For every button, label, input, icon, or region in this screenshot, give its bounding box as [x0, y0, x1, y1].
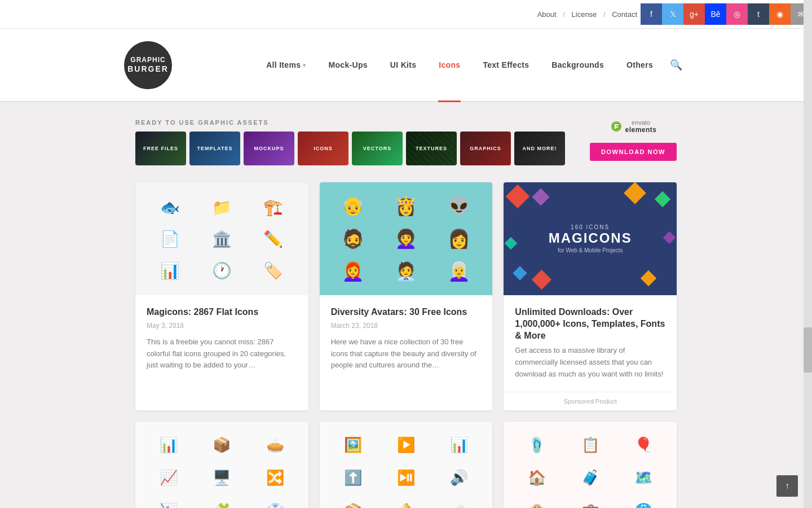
card-diversity-body: Diversity Avatars: 30 Free Icons March 2… [320, 295, 493, 383]
nav-others[interactable]: Others [615, 29, 664, 101]
about-link[interactable]: About [534, 10, 560, 19]
envato-leaf-icon [610, 120, 623, 133]
logo-line1: GRAPHIC [130, 56, 165, 64]
lower-card-1-image[interactable]: 📊 📦 🥧 📈 🖥️ 🔀 📉 🧩 👔 [135, 422, 308, 508]
card-diversity-desc: Here we have a nice collection of 30 fre… [331, 336, 482, 371]
tumblr-icon[interactable]: t [748, 3, 769, 25]
card-diversity-image[interactable]: 👴 👸 👽 🧔 👩‍🦱 👩 👩‍🦰 🧑‍💼 👩‍🦳 [320, 182, 493, 295]
card-magicons-flat-image[interactable]: 🐟 📁 🏗️ 📄 🏛️ ✏️ 📊 🕐 🏷️ [135, 182, 308, 295]
asset-section: READY TO USE GRAPHIC ASSETS FREE FILES T… [135, 119, 677, 165]
dribbble-icon[interactable]: ◎ [726, 3, 748, 25]
templates-button[interactable]: TEMPLATES [189, 132, 240, 165]
card-diversity-avatars: 👴 👸 👽 🧔 👩‍🦱 👩 👩‍🦰 🧑‍💼 👩‍🦳 Diversity Avat… [320, 182, 493, 410]
free-files-button[interactable]: FREE FILES [135, 132, 186, 165]
textures-button[interactable]: TEXTURES [406, 132, 457, 165]
graphics-button[interactable]: GRAPHICS [460, 132, 511, 165]
card-diversity-title[interactable]: Diversity Avatars: 30 Free Icons [331, 306, 482, 318]
card-magicons-flat: 🐟 📁 🏗️ 📄 🏛️ ✏️ 📊 🕐 🏷️ Magicons: 2867 Fla… [135, 182, 308, 410]
scrollbar-thumb[interactable] [804, 327, 812, 373]
card-unlimited-image[interactable]: 160 ICONS MAGICONS for Web & Mobile Proj… [504, 182, 677, 295]
twitter-icon[interactable]: 𝕏 [662, 3, 683, 25]
card-unlimited-downloads: 160 ICONS MAGICONS for Web & Mobile Proj… [504, 182, 677, 410]
lower-card-3-image[interactable]: 🩴 📋 🎈 🏠 🧳 🗺️ 🏨 💼 🌐 [504, 422, 677, 508]
lower-card-1: 📊 📦 🥧 📈 🖥️ 🔀 📉 🧩 👔 [135, 422, 308, 508]
top-bar-links: About / License / Contact [534, 10, 641, 19]
magicons-promo-content: 160 ICONS MAGICONS for Web & Mobile Proj… [549, 224, 632, 253]
logo-line2: BURGER [127, 64, 169, 74]
google-plus-icon[interactable]: g+ [683, 3, 705, 25]
nav-icons[interactable]: Icons [427, 29, 471, 101]
lower-card-2-image[interactable]: 🖼️ ▶️ 📊 ⬆️ ⏯️ 🔊 📦 🔔 ☁️ [320, 422, 493, 508]
logo[interactable]: GRAPHIC BURGER [124, 41, 172, 89]
social-icons-bar: f 𝕏 g+ Bē ◎ t ◉ ✉ [641, 3, 812, 25]
contact-link[interactable]: Contact [608, 10, 641, 19]
and-more-button[interactable]: AND MORE! [514, 132, 565, 165]
asset-left: READY TO USE GRAPHIC ASSETS FREE FILES T… [135, 119, 573, 165]
lower-cards-grid: 📊 📦 🥧 📈 🖥️ 🔀 📉 🧩 👔 🖼️ ▶️ 📊 ⬆️ ⏯️ 🔊 📦 [135, 422, 677, 508]
nav-backgrounds[interactable]: Backgrounds [540, 29, 615, 101]
card-unlimited-desc: Get access to a massive library of comme… [515, 345, 665, 380]
nav-ui-kits[interactable]: UI Kits [379, 29, 427, 101]
asset-title: READY TO USE GRAPHIC ASSETS [135, 119, 573, 126]
card-magicons-flat-desc: This is a freebie you cannot miss: 2867 … [147, 336, 297, 371]
top-bar: About / License / Contact f 𝕏 g+ Bē ◎ t … [0, 0, 812, 29]
lower-card-2: 🖼️ ▶️ 📊 ⬆️ ⏯️ 🔊 📦 🔔 ☁️ [320, 422, 493, 508]
nav-text-effects[interactable]: Text Effects [471, 29, 540, 101]
facebook-icon[interactable]: f [641, 3, 662, 25]
download-now-button[interactable]: DOWNLOAD NOW [590, 143, 677, 161]
scroll-up-button[interactable]: ↑ [776, 475, 798, 497]
search-button[interactable]: 🔍 [664, 29, 688, 101]
card-magicons-flat-title[interactable]: Magicons: 2867 Flat Icons [147, 306, 297, 318]
all-items-arrow: ▾ [303, 62, 306, 68]
envato-logo: envato elements [590, 119, 677, 134]
main-content: READY TO USE GRAPHIC ASSETS FREE FILES T… [124, 102, 688, 508]
cards-grid: 🐟 📁 🏗️ 📄 🏛️ ✏️ 📊 🕐 🏷️ Magicons: 2867 Fla… [135, 182, 677, 410]
vectors-button[interactable]: VECTORS [352, 132, 403, 165]
scrollbar[interactable] [804, 0, 812, 508]
sponsored-label: Sponsored Product [504, 392, 677, 410]
envato-box: envato elements DOWNLOAD NOW [590, 119, 677, 161]
icons-button[interactable]: ICONS [298, 132, 348, 165]
card-unlimited-title[interactable]: Unlimited Downloads: Over 1,000,000+ Ico… [515, 306, 665, 341]
nav-all-items[interactable]: All Items ▾ [255, 29, 317, 101]
mockups-button[interactable]: MOCKUPS [244, 132, 294, 165]
card-magicons-flat-body: Magicons: 2867 Flat Icons May 3, 2018 Th… [135, 295, 308, 383]
card-unlimited-body: Unlimited Downloads: Over 1,000,000+ Ico… [504, 295, 677, 392]
behance-icon[interactable]: Bē [705, 3, 726, 25]
asset-buttons: FREE FILES TEMPLATES MOCKUPS ICONS VECTO… [135, 132, 573, 165]
lower-card-3: 🩴 📋 🎈 🏠 🧳 🗺️ 🏨 💼 🌐 [504, 422, 677, 508]
rss-icon[interactable]: ◉ [769, 3, 791, 25]
nav-mock-ups[interactable]: Mock-Ups [317, 29, 379, 101]
main-nav: All Items ▾ Mock-Ups UI Kits Icons Text … [255, 29, 688, 101]
card-diversity-date: March 23, 2018 [331, 322, 482, 330]
header: GRAPHIC BURGER All Items ▾ Mock-Ups UI K… [0, 29, 812, 102]
license-link[interactable]: License [568, 10, 601, 19]
card-magicons-flat-date: May 3, 2018 [147, 322, 297, 330]
